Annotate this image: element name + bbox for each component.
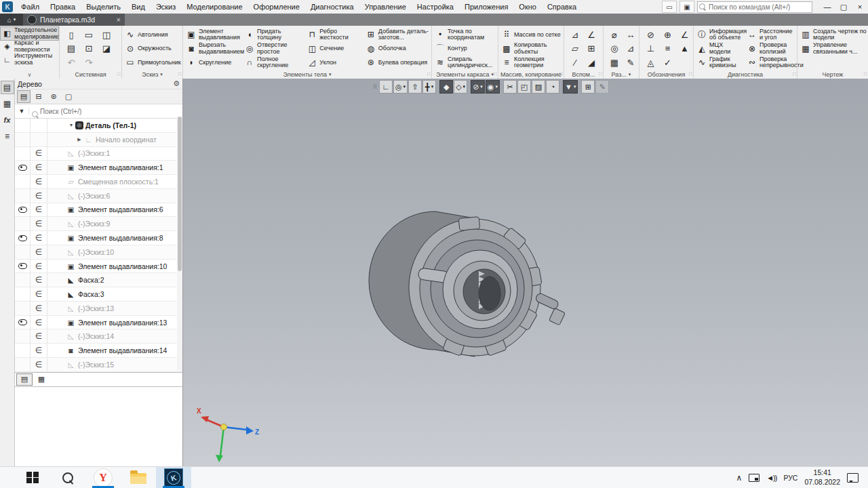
chevron-down-icon[interactable]: ▾: [480, 84, 483, 89]
grid-array-button[interactable]: ⠿Массив по сетке: [501, 28, 562, 42]
group-grip-icon[interactable]: ∷: [559, 71, 562, 77]
tree-item[interactable]: ∈ ▣ Элемент выдавливания:13: [15, 316, 182, 330]
dimension-icon[interactable]: ▦: [610, 58, 618, 68]
print-icon[interactable]: ▤: [67, 43, 75, 54]
symbol-icon[interactable]: ▲: [680, 43, 689, 54]
menu-select[interactable]: Выделить: [81, 0, 126, 14]
measure-button[interactable]: ⊞: [581, 80, 595, 94]
tree-area-select-button[interactable]: ▢: [62, 91, 75, 102]
mode-solid-modeling[interactable]: ◧ Твердотельное моделирование: [1, 27, 58, 40]
tree-tab[interactable]: ▤: [17, 374, 32, 385]
open-icon[interactable]: ▭: [85, 30, 93, 40]
geometry-collection-button[interactable]: ≡Коллекция геометрии: [501, 56, 562, 70]
document-tab[interactable]: Планетарка.m3d ×: [23, 14, 125, 26]
symbol-icon[interactable]: ✓: [664, 58, 671, 68]
tree-item[interactable]: ∈ ▱ Смещенная плоскость:1: [15, 175, 182, 189]
tree-item[interactable]: ∈ ◺ (-)Эскиз:10: [15, 245, 182, 260]
display-mode-button[interactable]: ◇▾: [454, 80, 467, 94]
eye-icon[interactable]: [18, 207, 27, 213]
dimension-icon[interactable]: ⊿: [627, 43, 635, 54]
chevron-down-icon[interactable]: ▾: [495, 84, 498, 89]
tree-item[interactable]: ∈ ◣ Фаска:3: [15, 287, 182, 302]
group-expand-icon[interactable]: ▾: [629, 72, 631, 77]
group-grip-icon[interactable]: ∷: [427, 71, 430, 77]
new-document-icon[interactable]: ▯: [68, 30, 73, 40]
dimension-icon[interactable]: ↔: [627, 30, 635, 40]
tree-panel-toggle[interactable]: ▤: [1, 81, 14, 94]
clock[interactable]: 15:41 07.08.2022: [804, 468, 840, 486]
orient-normal-button[interactable]: ⇧: [408, 80, 422, 94]
symbol-icon[interactable]: ⊕: [664, 30, 671, 40]
symbol-icon[interactable]: ≡: [665, 43, 671, 54]
tree-item[interactable]: ∈ ▣ Элемент выдавливания:8: [15, 231, 182, 245]
protractor-button[interactable]: ◔: [546, 80, 559, 94]
screen-mode-icon[interactable]: ▣: [679, 1, 694, 13]
group-grip-icon[interactable]: ∷: [178, 71, 181, 77]
eye-icon[interactable]: [18, 263, 27, 269]
tab-close-icon[interactable]: ×: [117, 16, 121, 24]
symbol-icon[interactable]: ⊥: [647, 43, 654, 54]
toolbar-grip-icon[interactable]: ⠿: [372, 80, 378, 94]
group-grip-icon[interactable]: ∷: [599, 71, 601, 77]
add-part-stock-button[interactable]: ⊞Добавить деталь-заготов...: [366, 28, 429, 42]
trim-trajectory-button[interactable]: ✂: [503, 80, 517, 94]
tree-item[interactable]: ▶ ∟ Начало координат: [15, 133, 182, 147]
dimension-icon[interactable]: ⌀: [612, 30, 617, 40]
rectangle-button[interactable]: ▭Прямоугольник: [125, 56, 180, 70]
preview-icon[interactable]: ⊡: [85, 43, 93, 54]
group-expand-icon[interactable]: ▾: [329, 72, 332, 77]
tree-relations-button[interactable]: ⊟: [33, 91, 45, 102]
filter-icon[interactable]: ▼: [15, 108, 29, 115]
symbol-icon[interactable]: ⊘: [647, 30, 654, 40]
variables-panel-toggle[interactable]: fx: [1, 114, 14, 126]
ribbon-collapse-icon[interactable]: ∨: [0, 72, 59, 78]
notification-center-icon[interactable]: [847, 473, 859, 483]
coordinate-system-button[interactable]: ∟: [379, 80, 393, 94]
zoom-button[interactable]: ◎▾: [393, 80, 408, 94]
aux-geometry-icon[interactable]: ∕: [574, 58, 576, 68]
copy-objects-button[interactable]: ▩Копировать объекты: [501, 42, 562, 56]
tree-scrollbar[interactable]: [177, 117, 182, 371]
chevron-down-icon[interactable]: ▾: [403, 84, 406, 89]
style-picker-button[interactable]: ✎: [595, 80, 609, 94]
point-by-coordinates-button[interactable]: •Точка по координатам: [435, 28, 496, 42]
aux-geometry-icon[interactable]: ⊿: [572, 30, 579, 40]
aux-geometry-icon[interactable]: ∠: [587, 30, 595, 40]
fillet-button[interactable]: ◗Скругление: [186, 56, 243, 70]
tree-item[interactable]: ∈ ◺ (-)Эскиз:13: [15, 302, 182, 316]
file-explorer-button[interactable]: [121, 467, 156, 488]
mode-wireframe-surfaces[interactable]: ◈ Каркас и поверхности: [1, 40, 58, 53]
parameters-panel-toggle[interactable]: ▦: [1, 98, 14, 110]
menu-help[interactable]: Справка: [542, 0, 582, 14]
draft-button[interactable]: ◿Уклон: [307, 56, 363, 70]
aux-geometry-icon[interactable]: ⊞: [588, 43, 595, 54]
chevron-down-icon[interactable]: ▾: [463, 84, 466, 89]
hide-objects-button[interactable]: ⊘▾: [471, 80, 485, 94]
extrude-button[interactable]: ▣Элемент выдавливания: [186, 28, 243, 42]
chevron-down-icon[interactable]: ▾: [574, 84, 576, 89]
tree-item[interactable]: ∈ ◣ Фаска:2: [15, 273, 182, 287]
curvature-graph-button[interactable]: ∿График кривизны: [696, 56, 745, 70]
group-grip-icon[interactable]: ∷: [793, 71, 795, 77]
minimize-button[interactable]: —: [819, 1, 835, 13]
object-info-button[interactable]: ⓘИнформация об объекте: [696, 28, 745, 42]
shaded-display-button[interactable]: ◆: [439, 80, 453, 94]
circle-button[interactable]: ⊙Окружность: [125, 42, 180, 56]
filter-button[interactable]: ▼▾: [563, 80, 578, 94]
start-button[interactable]: [15, 467, 50, 488]
eye-icon[interactable]: [18, 319, 27, 325]
menu-diagnostics[interactable]: Диагностика: [305, 0, 359, 14]
group-expand-icon[interactable]: ▾: [160, 72, 163, 77]
redo-icon[interactable]: ↷: [85, 58, 93, 68]
menu-applications[interactable]: Приложения: [459, 0, 513, 14]
collision-check-button[interactable]: ⊗Проверка коллизий: [747, 42, 797, 56]
yandex-browser-button[interactable]: Y: [85, 467, 121, 488]
tree-item[interactable]: ∈ ▣ Элемент выдавливания:10: [15, 260, 182, 274]
rib-button[interactable]: ⊓Ребро жесткости: [307, 28, 363, 42]
group-grip-icon[interactable]: ∷: [864, 71, 867, 77]
3d-viewport[interactable]: X Z Y ⠿ ∟ ◎▾ ⇧ ╋▾ ◆ ◇▾ ⊘▾ ◉▾ ✂ ◰ ▨ ◔ ▼▾ …: [183, 79, 868, 466]
color-display-button[interactable]: ▨: [532, 80, 545, 94]
tree-item[interactable]: ∈ ◺ (-)Эскиз:1: [15, 147, 182, 161]
section-button[interactable]: ◫Сечение: [307, 42, 363, 56]
menu-modeling[interactable]: Моделирование: [181, 0, 248, 14]
